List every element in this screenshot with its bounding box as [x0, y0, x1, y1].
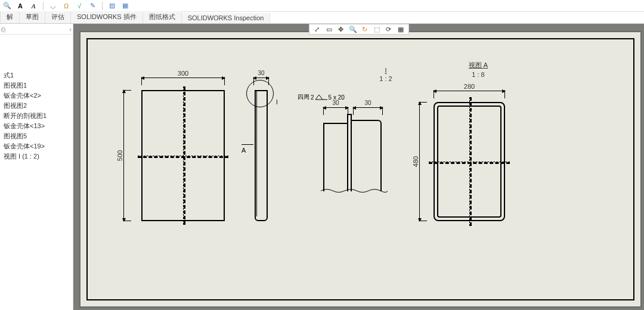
tab-sketch[interactable]: 草图: [20, 11, 45, 23]
tree-item[interactable]: 钣金壳体<19>: [1, 141, 70, 151]
dimension-side-width[interactable]: 30: [253, 78, 269, 78]
tree-body[interactable]: 式1 图视图1 钣金壳体<2> 图视图2 断开的剖视图1 钣金壳体<13> 图视…: [0, 35, 73, 162]
weld-note-prefix: 四周: [298, 93, 309, 101]
detail-label-ratio: 1 : 2: [368, 75, 404, 82]
text-icon[interactable]: A: [16, 1, 25, 11]
top-icon-bar: 🔍 A A ◡ Ω √ ✎ ▨ ▦: [0, 0, 644, 12]
dimension-value: 500: [116, 150, 123, 161]
drawing-canvas[interactable]: ⤢ ▭ ✥ 🔍 ↻ ⬚ ⟳ ▦ 300: [73, 24, 644, 310]
detail-label-num: I: [368, 67, 404, 74]
tab-sheetformat[interactable]: 图纸格式: [143, 11, 182, 23]
rotate-icon[interactable]: ↻: [361, 25, 369, 33]
section-label: A: [242, 147, 246, 154]
separator: [102, 2, 103, 10]
tree-item[interactable]: 图视图5: [1, 131, 70, 141]
tree-item[interactable]: 断开的剖视图1: [1, 111, 70, 121]
weld-note-d1: 2: [311, 94, 314, 101]
view-a-label[interactable]: 视图 A 1 : 8: [457, 61, 499, 78]
block-icon[interactable]: ▦: [120, 1, 130, 11]
centerline-icon[interactable]: ✎: [88, 1, 97, 11]
centerline-v: [469, 97, 472, 226]
dimension-value: 280: [464, 83, 475, 90]
side-view[interactable]: [255, 90, 268, 221]
main-area: ⎙ › 式1 图视图1 钣金壳体<2> 图视图2 断开的剖视图1 钣金壳体<13…: [0, 24, 644, 310]
tab-evaluate[interactable]: 评估: [45, 11, 71, 23]
dimension-value: 30: [258, 70, 264, 76]
balloon-icon[interactable]: Ω: [61, 1, 71, 11]
view-a-ratio: 1 : 8: [457, 71, 499, 78]
tree-item[interactable]: 图视图1: [1, 80, 70, 91]
refresh-icon[interactable]: ⟳: [385, 25, 393, 33]
sheet-border: 300 500 30: [86, 38, 634, 300]
feature-tree-panel: ⎙ › 式1 图视图1 钣金壳体<2> 图视图2 断开的剖视图1 钣金壳体<13…: [0, 24, 73, 310]
dimension-front-width[interactable]: 300: [141, 78, 225, 78]
dimension-detail-right[interactable]: 30: [353, 107, 383, 108]
dimension-detail-left[interactable]: 30: [323, 107, 348, 108]
tree-item[interactable]: 式1: [1, 70, 70, 80]
front-view[interactable]: [141, 90, 225, 221]
tree-header-icon: ⎙: [1, 26, 5, 33]
dimension-value: 30: [364, 100, 371, 106]
chevron-right-icon[interactable]: ›: [69, 26, 72, 33]
separator: [43, 2, 44, 10]
detail-callout-circle[interactable]: [246, 80, 274, 107]
tree-header[interactable]: ⎙ ›: [0, 24, 73, 35]
tree-item[interactable]: 钣金壳体<2>: [1, 91, 70, 101]
hatch-icon[interactable]: ▨: [107, 1, 117, 11]
zoom-window-icon[interactable]: ▭: [325, 25, 333, 33]
break-line-icon: [321, 188, 388, 194]
section-line[interactable]: [242, 144, 253, 145]
dimension-value: 30: [332, 100, 339, 106]
find-icon[interactable]: 🔍: [2, 1, 12, 11]
tab-0[interactable]: 解: [0, 11, 20, 23]
tree-item[interactable]: 视图 I (1 : 2): [1, 151, 70, 162]
pan-icon[interactable]: ✥: [337, 25, 345, 33]
tree-spacer: [1, 38, 70, 70]
centerline-v: [183, 86, 185, 225]
dimension-viewa-height[interactable]: 480: [419, 102, 420, 221]
text-style-icon[interactable]: A: [29, 1, 38, 11]
tree-item[interactable]: 图视图2: [1, 101, 70, 111]
dimension-viewa-width[interactable]: 280: [434, 91, 505, 91]
detail-callout-label: I: [276, 99, 278, 106]
tab-inspection[interactable]: SOLIDWORKS Inspection: [182, 13, 271, 23]
detail-view[interactable]: [323, 114, 383, 191]
detail-view-label[interactable]: I 1 : 2: [368, 67, 404, 82]
zoom-fit-icon[interactable]: ⤢: [313, 25, 321, 33]
view-a-title: 视图 A: [457, 61, 499, 70]
tab-addins[interactable]: SOLIDWORKS 插件: [71, 11, 143, 23]
zoom-icon[interactable]: 🔍: [349, 25, 357, 33]
dimension-value: 300: [178, 70, 188, 77]
drawing-sheet[interactable]: 300 500 30: [79, 31, 642, 308]
check-icon[interactable]: √: [75, 1, 84, 11]
tree-item[interactable]: 钣金壳体<13>: [1, 121, 70, 131]
view-a[interactable]: [434, 102, 505, 221]
weld-symbol-icon: [315, 94, 327, 101]
display-icon[interactable]: ▦: [397, 25, 405, 33]
view-icon[interactable]: ⬚: [373, 25, 381, 33]
view-toolbar: ⤢ ▭ ✥ 🔍 ↻ ⬚ ⟳ ▦: [309, 24, 409, 35]
arc-icon[interactable]: ◡: [48, 1, 58, 11]
command-tabs: 解 草图 评估 SOLIDWORKS 插件 图纸格式 SOLIDWORKS In…: [0, 12, 644, 24]
dimension-front-height[interactable]: 500: [123, 90, 124, 221]
dimension-value: 480: [412, 156, 419, 167]
